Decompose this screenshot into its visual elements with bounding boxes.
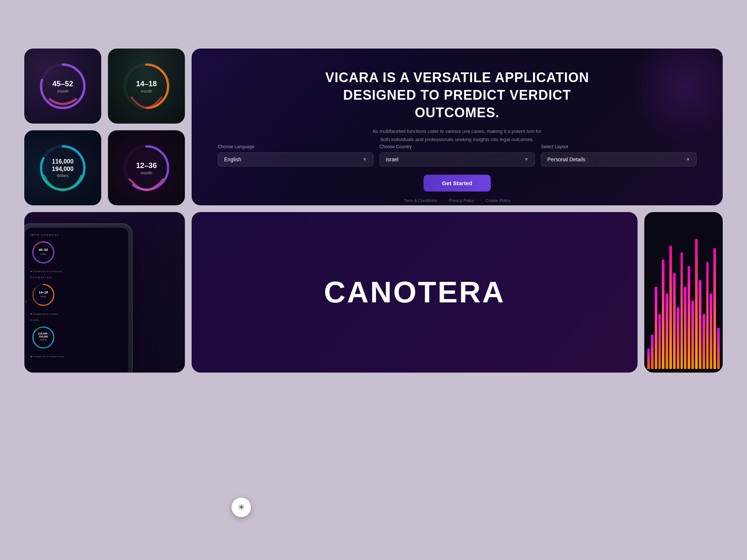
viz-bar: [706, 262, 709, 369]
layout-select[interactable]: Personal Details ▼: [541, 152, 697, 167]
footer-cookie[interactable]: Cookie Policy: [486, 198, 511, 203]
country-arrow-icon: ▼: [524, 157, 529, 162]
viz-bar: [684, 287, 686, 369]
gauge-unit-3: dollars: [52, 173, 74, 178]
screen-gauge-svg-3: 116,000– 194,000 shekels: [30, 324, 56, 351]
svg-text:shekels: shekels: [40, 339, 47, 341]
ipad-camera-icon: [24, 300, 27, 303]
country-label: Choose Country: [379, 144, 535, 149]
viz-bar: [655, 287, 657, 369]
canotera-card: CANOTERA: [192, 212, 638, 373]
vicara-subtitle: Its multifaceted functions cater to vari…: [218, 127, 697, 144]
card-dollars: 116,000 194,000 dollars: [24, 130, 101, 205]
screen-gauge-fine: 116,000– 194,000 shekels: [30, 324, 123, 351]
viz-bar: [662, 259, 664, 369]
viz-bar: [666, 293, 668, 369]
main-container: 45–52 month: [24, 49, 723, 530]
screen-gauge-probation: 14–18 month: [30, 282, 123, 308]
viz-bar: [688, 266, 690, 369]
viz-bar: [673, 273, 676, 369]
screen-title-imprisonment: IMPRISONMENT: [30, 234, 123, 236]
country-group: Choose Country Israel ▼: [379, 144, 535, 167]
get-started-button[interactable]: Get Started: [424, 175, 491, 192]
ipad-mockup: IMPRISONMENT 45–52 month: [24, 212, 155, 373]
gauge-text-1: 45–52 month: [52, 79, 73, 93]
layout-group: Select Layout Personal Details ▼: [541, 144, 697, 167]
cards-grid: 45–52 month: [24, 49, 185, 205]
viz-bar: [647, 348, 650, 369]
screen-note-imprisonment: ● Possible time of imprisonment: [30, 270, 123, 273]
screen-gauge-svg-2: 14–18 month: [30, 282, 56, 308]
canotera-title: CANOTERA: [324, 275, 505, 309]
viz-bar: [713, 248, 716, 369]
layout-arrow-icon: ▼: [686, 157, 690, 162]
gauge-4: 12–36 month: [120, 142, 173, 194]
screen-note-fine: ● Possible sum of exacted money: [30, 355, 123, 358]
viz-bar: [658, 314, 661, 369]
gauge-text-2: 14–18 month: [136, 79, 157, 93]
viz-bar: [695, 239, 698, 369]
gauge-2: 14–18 month: [120, 60, 173, 112]
footer-terms[interactable]: Term & Conditions: [404, 198, 438, 203]
footer-privacy[interactable]: Privacy Policy: [449, 198, 474, 203]
top-row: 45–52 month: [24, 49, 723, 205]
svg-text:194,000: 194,000: [38, 335, 48, 338]
language-group: Choose Language English ▼: [218, 144, 374, 167]
asterisk-button[interactable]: ✳: [232, 498, 251, 517]
screen-gauge-svg-1: 45–52 month: [30, 239, 56, 265]
viz-bars: [644, 212, 723, 373]
gauge-1: 45–52 month: [37, 60, 89, 112]
viz-bar: [717, 328, 720, 369]
gauge-value-4: 12–36: [136, 161, 157, 170]
viz-bar: [677, 307, 679, 369]
bottom-row: IMPRISONMENT 45–52 month: [24, 212, 723, 373]
layout-label: Select Layout: [541, 144, 697, 149]
svg-text:month: month: [41, 253, 46, 255]
gauge-3: 116,000 194,000 dollars: [37, 142, 89, 194]
form-row-selects: Choose Language English ▼ Choose Country…: [218, 144, 697, 167]
gauge-text-3: 116,000 194,000 dollars: [52, 158, 74, 177]
gauge-unit-2: month: [136, 89, 157, 93]
viz-bar: [669, 246, 672, 369]
vicara-content-top: VICARA IS A VERSATILE APPLICATION DESIGN…: [218, 69, 697, 144]
card-probation-months: 14–18 month: [108, 49, 185, 124]
viz-bar: [681, 252, 683, 369]
ipad-screen: IMPRISONMENT 45–52 month: [25, 228, 128, 373]
language-arrow-icon: ▼: [363, 157, 367, 162]
viz-bar: [699, 280, 701, 369]
language-label: Choose Language: [218, 144, 374, 149]
country-select[interactable]: Israel ▼: [379, 152, 535, 167]
screen-note-probation: ● Possible time of probation: [30, 312, 123, 315]
ipad-body: IMPRISONMENT 45–52 month: [24, 223, 133, 373]
gauge-value-2: 14–18: [136, 79, 157, 88]
viz-bar: [710, 293, 712, 369]
screen-title-probation: PROBATION: [30, 276, 123, 279]
gauge-unit-1: month: [52, 89, 73, 93]
visualizer-card: [644, 212, 723, 373]
footer-links: Term & Conditions Privacy Policy Cookie …: [218, 198, 697, 203]
vicara-title: VICARA IS A VERSATILE APPLICATION DESIGN…: [218, 69, 697, 121]
svg-text:14–18: 14–18: [38, 290, 48, 294]
gauge-unit-4: month: [136, 171, 157, 175]
screen-content: IMPRISONMENT 45–52 month: [25, 228, 128, 373]
gauge-value-3: 116,000 194,000: [52, 158, 74, 172]
language-value: English: [224, 156, 241, 162]
screen-gauge-imprisonment: 45–52 month: [30, 239, 123, 265]
svg-text:month: month: [41, 295, 46, 298]
language-select[interactable]: English ▼: [218, 152, 374, 167]
screen-title-fine: FINE: [30, 319, 123, 321]
gauge-value-1: 45–52: [52, 79, 73, 88]
svg-text:45–52: 45–52: [38, 248, 48, 252]
svg-text:116,000–: 116,000–: [38, 332, 49, 335]
form-section: Choose Language English ▼ Choose Country…: [218, 144, 697, 203]
layout-value: Personal Details: [547, 156, 585, 162]
vicara-card: VICARA IS A VERSATILE APPLICATION DESIGN…: [192, 49, 723, 205]
viz-bar: [651, 335, 654, 369]
card-sentence-months: 12–36 month: [108, 130, 185, 205]
card-imprisonment-months: 45–52 month: [24, 49, 101, 124]
viz-bar: [703, 314, 705, 369]
gauge-text-4: 12–36 month: [136, 161, 157, 175]
ipad-section: IMPRISONMENT 45–52 month: [24, 212, 185, 373]
country-value: Israel: [386, 156, 399, 162]
viz-bar: [691, 301, 694, 369]
